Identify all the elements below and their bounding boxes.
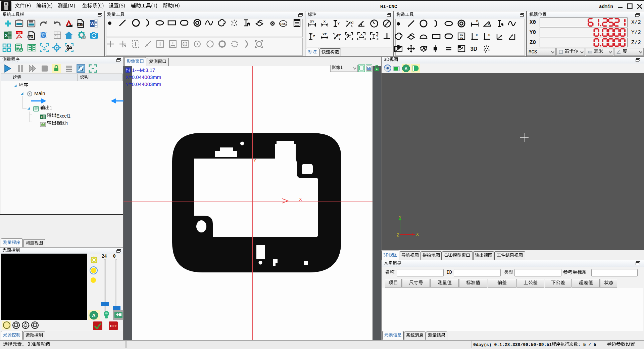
svg-text:D: D bbox=[476, 19, 479, 23]
svg-text:X: X bbox=[416, 232, 419, 237]
svg-text:A: A bbox=[404, 66, 408, 71]
svg-text:X=: X= bbox=[460, 34, 463, 37]
svg-text:Y: Y bbox=[376, 35, 378, 38]
svg-text:0: 0 bbox=[476, 33, 478, 37]
svg-text:Z: Z bbox=[397, 233, 399, 237]
svg-text:PDF: PDF bbox=[17, 31, 22, 34]
svg-text:Y=: Y= bbox=[460, 37, 463, 40]
svg-text:TXT: TXT bbox=[78, 24, 82, 26]
svg-text:Y: Y bbox=[338, 21, 340, 25]
svg-text:CSV: CSV bbox=[28, 36, 33, 38]
svg-text:Z: Z bbox=[313, 34, 315, 38]
svg-text:XY: XY bbox=[310, 19, 314, 23]
svg-text:A: A bbox=[92, 312, 96, 318]
svg-text:XZ: XZ bbox=[323, 32, 327, 36]
svg-text:X: X bbox=[5, 33, 8, 38]
svg-text:YZ: YZ bbox=[337, 34, 341, 37]
svg-text:W: W bbox=[90, 21, 95, 26]
svg-text:ESC: ESC bbox=[280, 22, 286, 26]
svg-text:3D: 3D bbox=[470, 46, 477, 52]
svg-text:Y: Y bbox=[399, 215, 401, 220]
svg-text:X: X bbox=[360, 33, 362, 36]
svg-text:A: A bbox=[488, 23, 490, 26]
svg-text:X: X bbox=[299, 198, 302, 202]
svg-text:X: X bbox=[324, 19, 326, 23]
svg-text:XYZ: XYZ bbox=[349, 21, 353, 24]
svg-text:S: S bbox=[488, 33, 490, 37]
